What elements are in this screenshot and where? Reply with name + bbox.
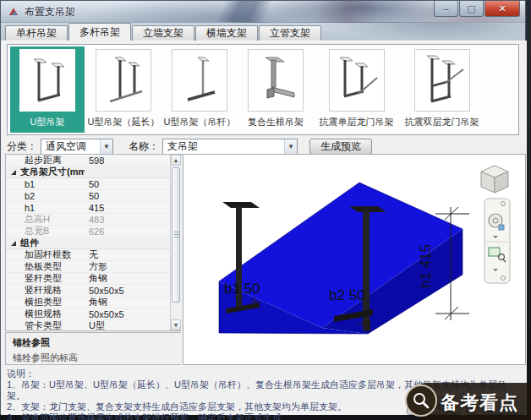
dim-b1-label: b1 50 — [224, 281, 260, 297]
property-row[interactable]: 加固杆根数 无 — [6, 249, 181, 261]
property-row[interactable]: b2 50 — [6, 190, 181, 202]
tab-vertical-wall-support[interactable]: 立墙支架 — [132, 25, 194, 41]
u-hanger-icon — [19, 49, 75, 112]
scroll-up-icon[interactable]: ▲ — [171, 155, 181, 166]
thumb-label: U型吊架 — [30, 116, 65, 128]
scroll-down-icon[interactable]: ▼ — [171, 319, 181, 330]
close-button[interactable]: ✕ — [484, 1, 520, 17]
anchor-reference-subtitle: 锚栓参照的标高 — [13, 352, 174, 364]
property-row: 总宽B 626 — [6, 226, 181, 237]
expanded-triangle-icon — [11, 170, 16, 175]
scrollbar-grip-icon — [174, 232, 179, 239]
expanded-triangle-icon — [11, 241, 16, 246]
dim-h1-label: h1 415 — [418, 244, 434, 288]
seismic-single-gantry-icon — [329, 49, 385, 112]
property-row[interactable]: 管卡类型 U型 — [6, 320, 181, 331]
generate-preview-button[interactable]: 生成预览 — [309, 139, 372, 155]
property-row[interactable]: 起步距离 598 — [6, 155, 181, 166]
u-hanger-rod-icon — [172, 49, 227, 112]
property-grid: 起步距离 598 支吊架尺寸(mm) b1 50 b2 50 h1 415 总高… — [5, 154, 181, 331]
thumb-seismic-double-gantry[interactable]: 抗震双层龙门吊架 — [400, 46, 484, 133]
thumb-seismic-single-gantry[interactable]: 抗震单层龙门吊架 — [315, 46, 398, 133]
name-value: 支吊架 — [167, 139, 198, 154]
composite-rooted-hanger-icon — [248, 49, 304, 112]
property-row[interactable]: 竖杆规格 50x50x5 — [6, 285, 181, 297]
thumb-u-hanger-extended[interactable]: U型吊架（延长） — [86, 46, 161, 133]
tab-single-rod-hanger[interactable]: 单杆吊架 — [5, 25, 68, 41]
tab-strip: 单杆吊架 多杆吊架 立墙支架 横墙支架 立管支架 — [1, 23, 525, 41]
thumb-composite-rooted-hanger[interactable]: 复合生根吊架 — [238, 46, 313, 133]
navigation-bar[interactable] — [484, 199, 510, 283]
property-row[interactable]: 竖杆类型 角钢 — [6, 273, 181, 285]
thumb-label: 抗震单层龙门吊架 — [320, 116, 394, 128]
watermark-text: 备考看点 — [441, 390, 518, 416]
thumb-u-hanger-rod[interactable]: U型吊架（吊杆） — [162, 46, 237, 133]
u-hanger-extended-icon — [96, 49, 151, 112]
category-value: 通风空调 — [46, 139, 86, 154]
description-heading: 说明： — [7, 368, 521, 379]
property-group-header[interactable]: 组件 — [6, 237, 181, 249]
anchor-reference-title: 锚栓参照 — [13, 336, 174, 349]
thumb-label: 复合生根吊架 — [248, 116, 304, 128]
watermark-badge: 备考看点 — [419, 383, 531, 420]
dim-b2-label: b2 50 — [329, 287, 365, 303]
thumb-label: U型吊架（延长） — [88, 116, 160, 128]
title-bar: 布置支吊架 – ▢ ✕ — [1, 1, 525, 23]
property-row: 总高H 483 — [6, 214, 181, 226]
thumb-label: U型吊架（吊杆） — [164, 116, 236, 128]
hanger-type-gallery: U型吊架 U型吊架（延长） — [7, 44, 519, 135]
chevron-down-icon: ▼ — [100, 139, 112, 154]
tab-riser-support[interactable]: 立管支架 — [259, 25, 321, 41]
scrollbar-thumb[interactable] — [172, 167, 180, 303]
property-row[interactable]: 垫板类型 方形 — [6, 261, 181, 273]
category-select[interactable]: 通风空调 ▼ — [41, 139, 113, 155]
minimize-button[interactable]: – — [434, 1, 458, 17]
category-label: 分类： — [7, 139, 37, 154]
property-row[interactable]: b1 50 — [6, 178, 181, 190]
window-title: 布置支吊架 — [25, 5, 75, 19]
preview-viewport[interactable]: b1 50 b2 50 h1 415 — [183, 154, 526, 365]
watermark-magnifier-logo-icon — [405, 385, 437, 417]
maximize-button[interactable]: ▢ — [459, 1, 484, 17]
selector-row: 分类： 通风空调 ▼ 名称： 支吊架 ▼ 生成预览 — [7, 138, 519, 155]
thumb-u-hanger[interactable]: U型吊架 — [10, 46, 85, 133]
name-label: 名称： — [129, 139, 159, 154]
dialog-content: U型吊架 U型吊架（延长） — [1, 41, 527, 415]
chevron-down-icon: ▼ — [284, 139, 297, 154]
dialog-arrange-hangers: 布置支吊架 – ▢ ✕ 单杆吊架 多杆吊架 立墙支架 横墙支架 立管支架 — [0, 0, 526, 414]
thumb-label: 抗震双层龙门吊架 — [405, 116, 479, 128]
property-row[interactable]: 横担规格 50x50x5 — [6, 308, 181, 320]
app-icon — [8, 6, 19, 17]
property-row[interactable]: h1 415 — [6, 202, 181, 214]
seismic-double-gantry-icon — [414, 49, 470, 112]
property-row[interactable]: 横担类型 角钢 — [6, 297, 181, 308]
property-group-header[interactable]: 支吊架尺寸(mm) — [6, 166, 181, 178]
property-scrollbar[interactable]: ▲ ▼ — [170, 155, 181, 330]
tab-multi-rod-hanger[interactable]: 多杆吊架 — [68, 23, 131, 41]
anchor-reference-box: 锚栓参照 锚栓参照的标高 — [5, 332, 181, 365]
tab-horizontal-wall-support[interactable]: 横墙支架 — [195, 25, 258, 41]
name-select[interactable]: 支吊架 ▼ — [162, 139, 298, 155]
view-cube[interactable] — [481, 166, 508, 193]
